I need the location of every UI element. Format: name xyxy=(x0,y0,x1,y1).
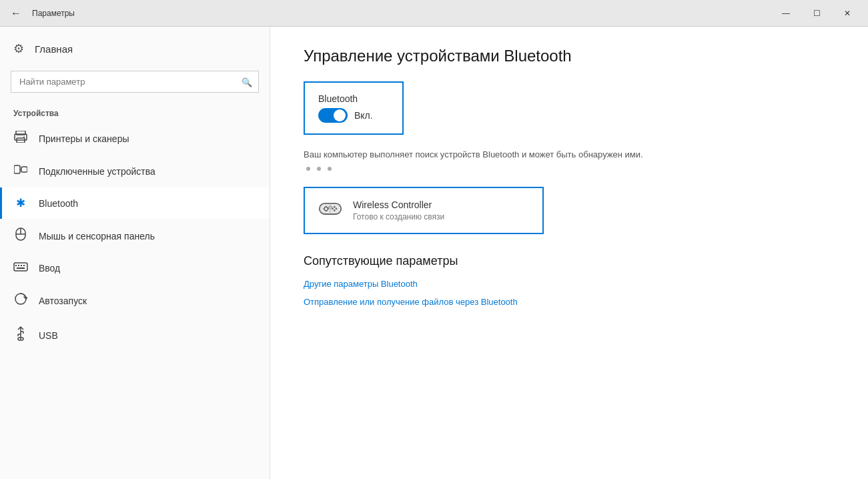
window-title: Параметры xyxy=(32,9,771,18)
sidebar-item-input[interactable]: Ввод xyxy=(0,253,270,284)
back-button[interactable]: ← xyxy=(5,3,27,24)
sidebar-item-input-label: Ввод xyxy=(39,263,60,274)
svg-rect-9 xyxy=(14,263,27,271)
bluetooth-toggle-switch[interactable] xyxy=(318,108,348,123)
related-settings-title: Сопутствующие параметры xyxy=(304,254,835,268)
back-icon: ← xyxy=(11,7,21,19)
svg-rect-13 xyxy=(23,265,25,266)
device-status: Готово к созданию связи xyxy=(353,212,444,221)
related-link-other-bluetooth[interactable]: Другие параметры Bluetooth xyxy=(304,279,835,289)
svg-rect-10 xyxy=(15,265,17,266)
bluetooth-icon: ✱ xyxy=(13,196,28,210)
svg-rect-33 xyxy=(328,206,332,208)
toggle-container: Вкл. xyxy=(318,108,373,123)
mouse-icon xyxy=(13,227,28,244)
toggle-state-label: Вкл. xyxy=(354,110,373,121)
sidebar: ⚙ Главная 🔍 Устройства Принтеры и сканер… xyxy=(0,27,270,479)
search-input[interactable] xyxy=(11,71,259,93)
svg-rect-14 xyxy=(17,268,25,269)
device-name: Wireless Controller xyxy=(353,199,444,210)
minimize-button[interactable]: — xyxy=(771,0,801,27)
svg-point-32 xyxy=(334,209,336,211)
svg-rect-11 xyxy=(18,265,19,266)
svg-point-30 xyxy=(336,207,338,209)
bluetooth-description: Ваш компьютер выполняет поиск устройств … xyxy=(304,148,671,161)
bluetooth-toggle-label: Bluetooth xyxy=(318,93,373,104)
sidebar-item-connected-label: Подключенные устройства xyxy=(39,166,155,177)
content-area: Управление устройствами Bluetooth Blueto… xyxy=(270,27,868,479)
maximize-button[interactable]: ☐ xyxy=(801,0,832,27)
sidebar-home-label: Главная xyxy=(35,43,73,55)
sidebar-section-title: Устройства xyxy=(0,103,270,122)
sidebar-item-usb-label: USB xyxy=(39,330,58,341)
autostart-icon xyxy=(13,292,28,309)
sidebar-item-printers-label: Принтеры и сканеры xyxy=(39,133,129,144)
search-icon: 🔍 xyxy=(242,77,252,87)
sidebar-item-mouse[interactable]: Мышь и сенсорная панель xyxy=(0,219,270,253)
home-icon: ⚙ xyxy=(13,41,24,56)
sidebar-item-autostart-label: Автозапуск xyxy=(39,296,87,306)
close-button[interactable]: ✕ xyxy=(832,0,863,27)
sidebar-item-bluetooth[interactable]: ✱ Bluetooth xyxy=(0,187,270,219)
sidebar-item-usb[interactable]: USB xyxy=(0,318,270,353)
main-container: ⚙ Главная 🔍 Устройства Принтеры и сканер… xyxy=(0,27,868,479)
gamepad-icon xyxy=(318,199,342,222)
sidebar-search-container: 🔍 xyxy=(11,71,259,93)
window-controls: — ☐ ✕ xyxy=(771,0,863,27)
title-bar: ← Параметры — ☐ ✕ xyxy=(0,0,868,27)
keyboard-icon xyxy=(13,262,28,275)
sidebar-item-mouse-label: Мышь и сенсорная панель xyxy=(39,231,155,242)
svg-point-3 xyxy=(23,137,25,138)
usb-icon xyxy=(13,326,28,344)
sidebar-item-autostart[interactable]: Автозапуск xyxy=(0,284,270,318)
device-info: Wireless Controller Готово к созданию св… xyxy=(353,199,444,221)
page-title: Управление устройствами Bluetooth xyxy=(304,47,835,65)
svg-rect-5 xyxy=(21,167,27,172)
device-card-wireless-controller[interactable]: Wireless Controller Готово к созданию св… xyxy=(304,187,544,234)
svg-rect-12 xyxy=(21,265,22,266)
connected-icon xyxy=(13,163,28,179)
sidebar-item-home[interactable]: ⚙ Главная xyxy=(0,32,270,65)
svg-rect-4 xyxy=(14,165,20,173)
sidebar-item-connected[interactable]: Подключенные устройства xyxy=(0,155,270,187)
bluetooth-toggle-box: Bluetooth Вкл. xyxy=(304,81,404,135)
printer-icon xyxy=(13,131,28,146)
dot-2 xyxy=(317,167,321,171)
searching-indicator xyxy=(304,167,835,171)
sidebar-item-printers[interactable]: Принтеры и сканеры xyxy=(0,122,270,155)
dot-1 xyxy=(306,167,310,171)
related-link-file-transfer[interactable]: Отправление или получение файлов через B… xyxy=(304,297,835,307)
sidebar-item-bluetooth-label: Bluetooth xyxy=(39,198,78,209)
dot-3 xyxy=(328,167,332,171)
svg-point-29 xyxy=(334,205,336,207)
